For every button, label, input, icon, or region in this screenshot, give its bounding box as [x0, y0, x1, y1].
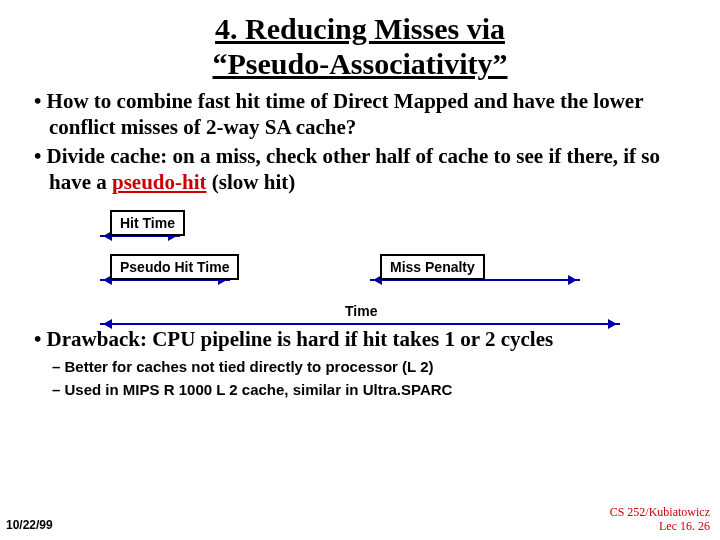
footer-lecture: Lec 16. 26 — [659, 519, 710, 533]
bullet-1: How to combine fast hit time of Direct M… — [34, 89, 692, 140]
title-line1: 4. Reducing Misses via — [215, 12, 505, 45]
hit-time-box: Hit Time — [110, 210, 185, 236]
sub-bullet-1: Better for caches not tied directly to p… — [52, 357, 692, 377]
sub-bullet-2: Used in MIPS R 1000 L 2 cache, similar i… — [52, 380, 692, 400]
time-label: Time — [345, 303, 377, 319]
pseudo-box: Pseudo Hit Time — [110, 254, 239, 280]
bullet-2b: (slow hit) — [207, 170, 296, 194]
miss-box: Miss Penalty — [380, 254, 485, 280]
slide-date: 10/22/99 — [6, 518, 53, 532]
slide-footer: CS 252/Kubiatowicz Lec 16. 26 — [610, 506, 710, 534]
bullet-list: How to combine fast hit time of Direct M… — [34, 89, 692, 195]
pseudo-hit-term: pseudo-hit — [112, 170, 207, 194]
title-line2: “Pseudo-Associativity” — [213, 47, 508, 80]
timing-diagram: Hit Time Pseudo Hit Time Miss Penalty Ti… — [0, 205, 720, 345]
footer-course: CS 252/Kubiatowicz — [610, 505, 710, 519]
slide-title: 4. Reducing Misses via “Pseudo-Associati… — [0, 12, 720, 81]
time-arrow — [100, 323, 620, 325]
bullet-2: Divide cache: on a miss, check other hal… — [34, 144, 692, 195]
